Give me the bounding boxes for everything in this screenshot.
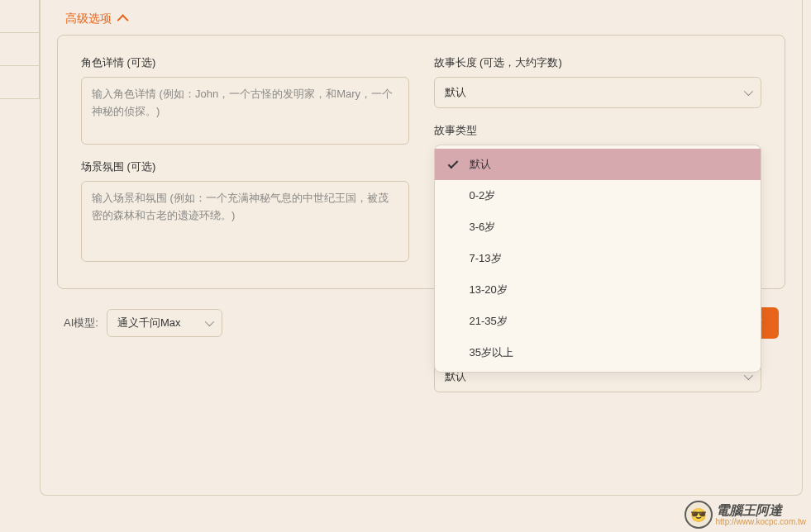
dropdown-option-label: 默认: [470, 158, 491, 170]
options-form: 角色详情 (可选) 场景氛围 (可选) 故事长度 (可选，大约字数) 默认 故事…: [57, 35, 785, 289]
story-type-dropdown[interactable]: 默认 0-2岁 3-6岁 7-13岁 13-20岁 21-35岁: [434, 145, 762, 373]
scene-label: 场景氛围 (可选): [81, 159, 409, 174]
advanced-options-toggle[interactable]: 高级选项: [57, 0, 785, 35]
scene-atmosphere-input[interactable]: [81, 181, 409, 262]
right-column: 故事长度 (可选，大约字数) 默认 故事类型 默认 0-2岁 3-6岁: [434, 55, 762, 262]
story-type-label: 故事类型: [434, 123, 762, 138]
watermark-title: 電腦王阿達: [716, 503, 806, 518]
dropdown-option-age-13-20[interactable]: 13-20岁: [435, 274, 761, 306]
dropdown-option-age-21-35[interactable]: 21-35岁: [435, 306, 761, 337]
left-ruler: [0, 0, 40, 116]
story-length-select[interactable]: 默认: [434, 77, 762, 108]
character-details-input[interactable]: [81, 77, 409, 145]
chevron-up-icon: [117, 14, 129, 26]
ai-model-label: AI模型:: [64, 316, 98, 330]
dropdown-option-age-7-13[interactable]: 7-13岁: [435, 243, 761, 274]
watermark-text: 電腦王阿達 http://www.kocpc.com.tw: [716, 503, 806, 527]
ai-model-value: 通义千问Max: [117, 316, 181, 330]
dropdown-option-age-3-6[interactable]: 3-6岁: [435, 211, 761, 243]
ai-model-select[interactable]: 通义千问Max: [107, 309, 222, 337]
story-type-field: 故事类型: [434, 123, 762, 138]
story-length-value: 默认: [445, 85, 466, 100]
dropdown-option-age-0-2[interactable]: 0-2岁: [435, 180, 761, 211]
section-header-label: 高级选项: [65, 12, 112, 26]
check-icon: [447, 158, 458, 169]
dropdown-option-age-35-plus[interactable]: 35岁以上: [435, 337, 761, 368]
left-column: 角色详情 (可选) 场景氛围 (可选): [81, 55, 409, 262]
advanced-options-panel: 高级选项 角色详情 (可选) 场景氛围 (可选) 故事长度 (可选，大约字数) …: [40, 0, 803, 496]
dropdown-option-default[interactable]: 默认: [435, 149, 761, 180]
watermark: 😎 電腦王阿達 http://www.kocpc.com.tw: [685, 501, 806, 529]
dropdown-option-label: 0-2岁: [470, 189, 496, 202]
chevron-down-icon: [205, 317, 214, 326]
watermark-avatar-icon: 😎: [685, 501, 713, 529]
character-label: 角色详情 (可选): [81, 55, 409, 70]
dropdown-option-label: 7-13岁: [470, 252, 502, 264]
ai-model-row: AI模型: 通义千问Max: [64, 309, 222, 337]
dropdown-option-label: 35岁以上: [470, 346, 513, 359]
story-length-field: 故事长度 (可选，大约字数) 默认: [434, 55, 762, 108]
scene-atmosphere-field: 场景氛围 (可选): [81, 159, 409, 262]
story-length-label: 故事长度 (可选，大约字数): [434, 55, 762, 70]
dropdown-option-label: 13-20岁: [470, 283, 508, 296]
character-details-field: 角色详情 (可选): [81, 55, 409, 145]
watermark-url: http://www.kocpc.com.tw: [716, 517, 806, 526]
dropdown-option-label: 3-6岁: [470, 221, 496, 233]
chevron-down-icon: [744, 87, 753, 96]
dropdown-option-label: 21-35岁: [470, 315, 508, 327]
